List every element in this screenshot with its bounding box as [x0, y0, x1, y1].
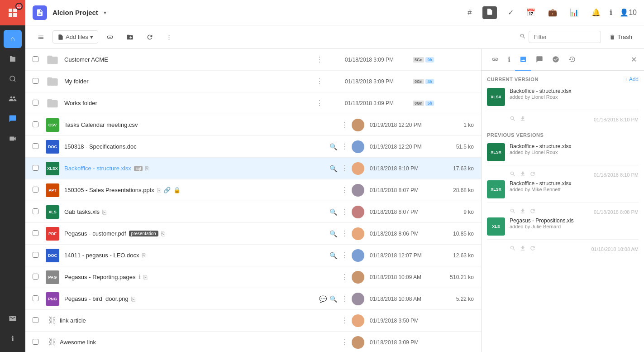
search-row-icon[interactable]: 🔍 — [329, 295, 337, 303]
row-checkbox[interactable] — [33, 317, 42, 324]
briefcase-icon[interactable]: 💼 — [546, 6, 559, 19]
files-icon[interactable] — [482, 6, 497, 19]
copy-icon[interactable]: ⎘ — [145, 165, 149, 172]
info-icon[interactable]: ℹ — [610, 8, 612, 17]
tab-info[interactable]: ℹ — [503, 49, 515, 71]
file-menu-button[interactable]: ⋮ — [341, 121, 348, 129]
table-row[interactable]: XLS Gab tasks.xls ⎘ 🔍 ⋮ 01/18/2018 8:07 … — [25, 201, 481, 223]
row-checkbox[interactable] — [33, 100, 42, 107]
table-row[interactable]: My folder ⋮ 01/18/2018 3:09 PM 0Gn 4h — [25, 71, 481, 92]
filter-input[interactable] — [529, 31, 601, 43]
version-refresh-icon[interactable] — [530, 208, 536, 216]
sidebar-item-files[interactable] — [4, 50, 22, 68]
calendar-icon[interactable]: 📅 — [525, 6, 537, 19]
version-refresh-icon[interactable] — [530, 171, 536, 178]
row-checkbox[interactable] — [33, 252, 42, 259]
tab-link[interactable] — [487, 49, 503, 71]
version-search-icon[interactable] — [510, 116, 516, 123]
search-row-icon[interactable]: 🔍 — [329, 165, 337, 172]
search-row-icon[interactable]: 🔍 — [329, 143, 337, 150]
project-logo[interactable] — [33, 5, 47, 20]
file-menu-button[interactable]: ⋮ — [341, 142, 348, 151]
version-download-icon[interactable] — [520, 245, 526, 253]
file-menu-button[interactable]: ⋮ — [316, 99, 323, 107]
user-icon[interactable]: 👤10 — [620, 8, 637, 17]
file-menu-button[interactable]: ⋮ — [341, 251, 348, 260]
table-row[interactable]: DOC 14011 - pegasus - LEO.docx ⎘ 🔍 ⋮ 01/… — [25, 245, 481, 266]
search-row-icon[interactable]: 🔍 — [329, 230, 337, 237]
app-logo[interactable]: 11 — [0, 0, 25, 25]
row-checkbox[interactable] — [33, 274, 42, 281]
row-checkbox[interactable] — [33, 187, 42, 194]
search-row-icon[interactable]: 🔍 — [329, 252, 337, 259]
file-menu-button[interactable]: ⋮ — [341, 186, 348, 194]
copy-icon2[interactable]: ⎘ — [157, 187, 161, 194]
sidebar-item-users[interactable] — [4, 90, 22, 108]
sidebar-item-info[interactable]: ℹ — [4, 329, 22, 347]
new-folder-button[interactable] — [122, 31, 138, 43]
row-checkbox[interactable] — [33, 295, 42, 303]
row-checkbox[interactable] — [33, 339, 42, 346]
row-checkbox[interactable] — [33, 78, 42, 85]
table-row[interactable]: PDF Pegasus - customer.pdf presentation … — [25, 223, 481, 245]
table-row[interactable]: XLSX Backoffice - structure.xlsx sql ⎘ 🔍… — [25, 158, 481, 179]
row-checkbox[interactable] — [33, 230, 42, 237]
action-button[interactable] — [142, 31, 158, 43]
tab-history[interactable] — [564, 49, 580, 71]
more-button[interactable]: ⋮ — [162, 31, 177, 43]
add-files-dropdown-icon[interactable]: ▾ — [90, 34, 93, 40]
tab-comment[interactable] — [531, 49, 548, 71]
project-chevron[interactable]: ▾ — [104, 10, 106, 16]
lock-icon[interactable]: 🔒 — [173, 187, 181, 193]
chart-icon[interactable]: 📊 — [568, 6, 581, 19]
file-menu-button[interactable]: ⋮ — [341, 316, 348, 325]
sidebar-item-home[interactable]: ⌂ — [4, 30, 22, 48]
row-checkbox[interactable] — [33, 143, 42, 150]
file-menu-button[interactable]: ⋮ — [316, 55, 323, 64]
table-row[interactable]: Works folder ⋮ 01/18/2018 3:09 PM 0Gn 5h — [25, 92, 481, 114]
hash-icon[interactable]: # — [466, 7, 473, 19]
file-menu-button[interactable]: ⋮ — [341, 164, 348, 173]
check-icon[interactable]: ✓ — [506, 6, 515, 19]
table-row[interactable]: Customer ACME ⋮ 01/18/2018 3:09 PM 5Gn 0… — [25, 49, 481, 71]
copy-icon5[interactable]: ⎘ — [142, 252, 146, 259]
list-view-button[interactable] — [33, 31, 49, 43]
sidebar-item-chat[interactable] — [4, 110, 22, 128]
copy-icon6[interactable]: ⎘ — [143, 274, 147, 281]
table-row[interactable]: CSV Tasks Calendar meeting.csv ⋮ 01/19/2… — [25, 114, 481, 136]
sidebar-item-mail[interactable] — [4, 309, 22, 328]
file-menu-button[interactable]: ⋮ — [341, 294, 348, 303]
file-menu-button[interactable]: ⋮ — [341, 338, 348, 347]
file-menu-button[interactable]: ⋮ — [341, 229, 348, 238]
version-search-icon[interactable] — [510, 245, 516, 253]
tab-versions[interactable] — [515, 49, 531, 71]
version-download-icon[interactable] — [520, 208, 526, 216]
file-menu-button[interactable]: ⋮ — [316, 77, 323, 86]
trash-button[interactable]: Trash — [605, 31, 637, 43]
tab-check[interactable] — [548, 49, 564, 71]
bell-icon[interactable]: 🔔 — [590, 6, 602, 19]
panel-close-button[interactable]: ✕ — [629, 53, 639, 66]
copy-icon7[interactable]: ⎘ — [131, 295, 135, 303]
link-icon2[interactable]: 🔗 — [163, 187, 171, 193]
version-refresh-icon[interactable] — [530, 245, 536, 253]
file-menu-button[interactable]: ⋮ — [341, 273, 348, 281]
row-checkbox[interactable] — [33, 121, 42, 129]
sidebar-item-search[interactable] — [4, 70, 22, 88]
add-version-button[interactable]: + Add — [625, 76, 639, 82]
version-download-icon[interactable] — [520, 171, 526, 178]
table-row[interactable]: PPT 150305 - Sales Presentations.pptx ⎘ … — [25, 179, 481, 201]
table-row[interactable]: PAG Pegasus - Reporting.pages ℹ ⎘ ⋮ 01/1… — [25, 266, 481, 288]
file-menu-button[interactable]: ⋮ — [341, 207, 348, 216]
copy-icon4[interactable]: ⎘ — [161, 230, 165, 237]
table-row[interactable]: ⛓ link article ⋮ 01/19/2018 3:50 PM — [25, 310, 481, 332]
version-download-icon[interactable] — [520, 116, 526, 123]
row-checkbox[interactable] — [33, 56, 42, 63]
sidebar-item-video[interactable] — [4, 130, 22, 148]
add-files-button[interactable]: Add files ▾ — [52, 30, 98, 43]
link-button[interactable] — [102, 31, 118, 43]
version-search-icon[interactable] — [510, 208, 516, 216]
search-row-icon[interactable]: 🔍 — [329, 208, 337, 216]
chat-icon[interactable]: 💬 — [319, 295, 327, 303]
row-checkbox[interactable] — [33, 208, 42, 216]
